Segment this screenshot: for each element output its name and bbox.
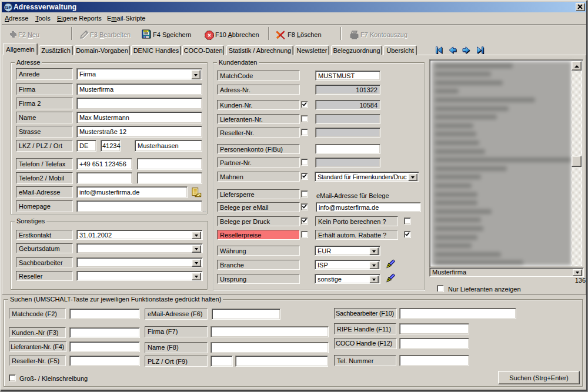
svg-text:ISP: ISP: [5, 5, 12, 9]
